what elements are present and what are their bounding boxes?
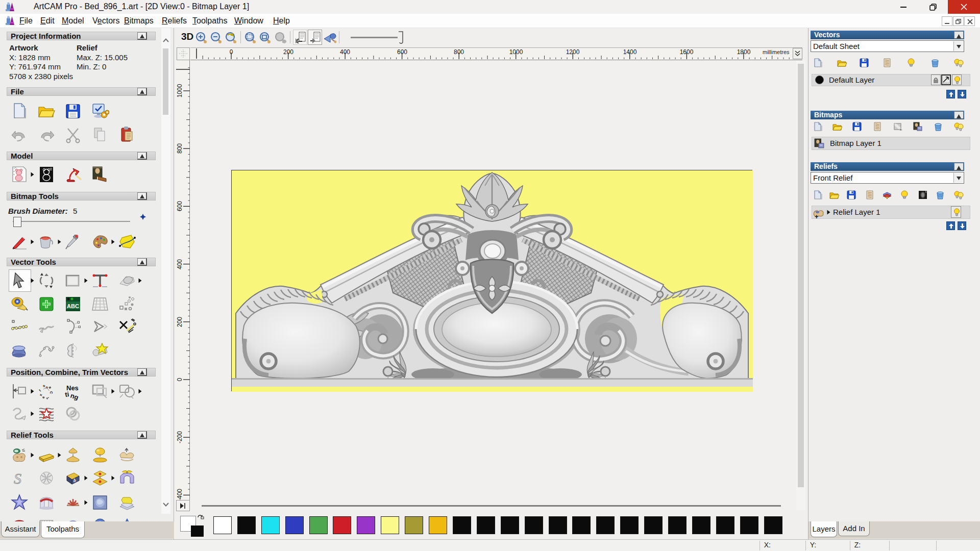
svg-text:e: e <box>41 396 45 399</box>
svg-text:x: x <box>39 393 43 396</box>
svg-text:800: 800 <box>454 48 464 56</box>
svg-text:t: t <box>38 388 41 392</box>
svg-text:C: C <box>50 391 53 394</box>
svg-text:0: 0 <box>176 378 183 381</box>
svg-text:1200: 1200 <box>566 48 580 56</box>
svg-text:-400: -400 <box>176 489 183 500</box>
svg-text:1000: 1000 <box>509 48 523 56</box>
svg-text:ABC: ABC <box>67 303 79 309</box>
svg-text:ng: ng <box>69 392 80 400</box>
svg-text:0: 0 <box>230 48 233 56</box>
svg-text:-200: -200 <box>176 431 183 443</box>
svg-text:200: 200 <box>283 48 293 56</box>
svg-text:T: T <box>45 396 50 400</box>
svg-text:1800: 1800 <box>737 48 751 56</box>
svg-text:600: 600 <box>176 201 183 211</box>
svg-text:400: 400 <box>340 48 350 56</box>
svg-text:600: 600 <box>397 48 407 56</box>
svg-text:400: 400 <box>176 259 183 269</box>
svg-text:S: S <box>14 470 21 487</box>
svg-text:1000: 1000 <box>176 84 183 97</box>
svg-text:800: 800 <box>176 143 183 154</box>
svg-text:1400: 1400 <box>623 48 637 56</box>
svg-text:1600: 1600 <box>680 48 694 56</box>
svg-text:200: 200 <box>176 317 183 327</box>
svg-text:b: b <box>74 478 76 483</box>
